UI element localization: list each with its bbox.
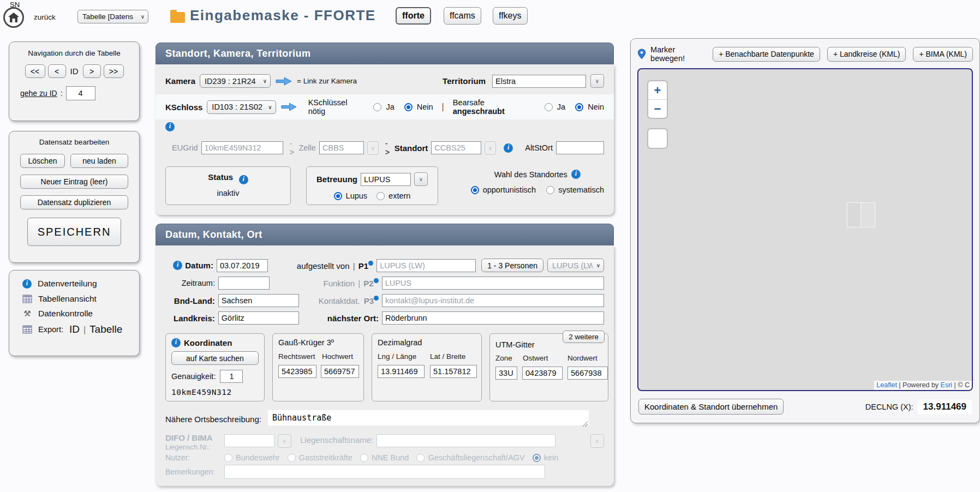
delete-button[interactable]: Löschen: [20, 154, 65, 168]
utm-nordwert-input[interactable]: [567, 367, 608, 380]
wahl-info-icon[interactable]: i: [571, 170, 581, 179]
goto-id-input[interactable]: [66, 86, 95, 100]
nav-prev-button[interactable]: <: [48, 64, 66, 78]
datum-label: Datum:: [185, 261, 213, 270]
p1-select[interactable]: LUPUS (LW ∨: [547, 259, 604, 272]
gk-hochwert-input[interactable]: [321, 365, 359, 378]
tools-icon: ⚒: [22, 309, 32, 319]
genauigkeit-input[interactable]: [220, 370, 243, 383]
utm-ostwert-input[interactable]: [522, 367, 563, 380]
opportunistisch-radio[interactable]: [471, 186, 479, 194]
p1-info-icon[interactable]: [368, 261, 373, 266]
altstort-input[interactable]: [556, 141, 604, 154]
ortsbeschreibung-textarea[interactable]: Bühnaustraße: [268, 410, 589, 425]
info-icon: i: [22, 279, 32, 289]
separator: |: [442, 102, 444, 112]
p2-info-icon[interactable]: [374, 278, 379, 283]
systematisch-radio[interactable]: [546, 186, 554, 194]
p1-input[interactable]: [377, 259, 476, 272]
kschloss-select[interactable]: ID103 : 21S02 ∨: [207, 100, 276, 114]
aufgestellt-label-group: aufgestellt von | P1: [271, 261, 373, 271]
zoom-in-button[interactable]: +: [648, 81, 667, 99]
kontakt-label: Kontaktdat.: [319, 296, 360, 305]
nutzer-geschaeftsliegenschaft-radio: [416, 454, 425, 462]
camera-link-arrow-icon[interactable]: [275, 76, 292, 86]
bndland-input[interactable]: [218, 294, 299, 307]
dez-lng-input[interactable]: [378, 365, 425, 378]
altstort-label: AltStOrt: [525, 143, 553, 152]
status-info-icon[interactable]: i: [239, 175, 248, 184]
karte-suchen-button[interactable]: auf Karte suchen: [171, 351, 259, 365]
back-link[interactable]: zurück: [34, 13, 56, 21]
leaflet-link[interactable]: Leaflet: [876, 381, 897, 389]
dez-lat-input[interactable]: [430, 365, 477, 378]
bima-kml-button[interactable]: + BIMA (KML): [913, 47, 973, 62]
p2-input[interactable]: [382, 277, 604, 290]
dezimalgrad-box: Dezimalgrad Lng / Länge Lat / Breite: [372, 333, 482, 401]
home-icon[interactable]: [3, 7, 24, 28]
utm-zone-input[interactable]: [495, 367, 517, 380]
datum-info-icon[interactable]: i: [173, 261, 182, 270]
kschluessel-nein-radio[interactable]: [404, 103, 413, 111]
map-zoom-control: + −: [647, 80, 668, 119]
utm-col-ostwert: Ostwert: [523, 354, 562, 362]
map-canvas[interactable]: + − Leaflet | Powered by Esri | © C: [637, 68, 973, 391]
betreuung-lupus-radio[interactable]: [334, 192, 342, 200]
table-icon: [22, 325, 32, 334]
duplicate-button[interactable]: Datensatz duplizieren: [20, 195, 128, 209]
kamera-select[interactable]: ID239 : 21R24 ∨: [200, 74, 271, 88]
territorium-dropdown-button[interactable]: ∨: [590, 74, 604, 88]
kamera-select-value: ID239 : 21R24: [205, 77, 256, 86]
goto-id-link[interactable]: gehe zu ID: [20, 89, 57, 98]
landkreis-input[interactable]: [218, 311, 299, 325]
ffcams-button[interactable]: ffcams: [444, 7, 481, 25]
save-button[interactable]: SPEICHERN: [27, 218, 121, 246]
kschluessel-ja-label: Ja: [386, 103, 394, 111]
gk-rechtswert-input[interactable]: [278, 365, 316, 378]
datenverteilung-link[interactable]: i Datenverteilung: [22, 279, 139, 289]
p3-input[interactable]: [382, 294, 604, 307]
dez-col-lng: Lng / Länge: [378, 352, 425, 361]
zeitraum-input[interactable]: [218, 277, 270, 290]
betreuung-input[interactable]: [361, 173, 411, 186]
datum-input[interactable]: [217, 259, 268, 272]
koordinaten-info-icon[interactable]: i: [171, 338, 181, 347]
benachbarte-datenpunkte-button[interactable]: + Benachbarte Datenpunkte: [713, 47, 820, 62]
datenkontrolle-link[interactable]: ⚒ Datenkontrolle: [22, 309, 139, 319]
links-panel: i Datenverteilung Tabellenansicht ⚒ Date…: [9, 270, 140, 356]
personen-button[interactable]: 1 - 3 Personen: [481, 259, 543, 272]
ort-input[interactable]: [382, 311, 604, 325]
new-entry-button[interactable]: Neuer Eintrag (leer): [20, 175, 128, 189]
bearsafe-nein-radio[interactable]: [575, 103, 583, 111]
chevron-down-icon: ∨: [596, 262, 600, 268]
ffkeys-button[interactable]: ffkeys: [493, 7, 528, 25]
nav-last-button[interactable]: >>: [104, 64, 124, 78]
landkreise-kml-button[interactable]: + Landkreise (KML): [827, 47, 906, 62]
kschloss-link-arrow-icon[interactable]: [280, 102, 297, 112]
table-select[interactable]: Tabelle [Datens ∨: [77, 10, 148, 23]
dez-col-lat: Lat / Breite: [430, 352, 465, 361]
esri-link[interactable]: Esri: [941, 381, 953, 389]
betreuung-dropdown-button[interactable]: ∨: [414, 172, 428, 186]
fforte-button[interactable]: fforte: [396, 7, 431, 25]
betreuung-label: Betreuung: [316, 175, 357, 184]
nav-next-button[interactable]: >: [83, 64, 101, 78]
p3-info-icon[interactable]: [374, 296, 379, 301]
kontakt-label-group: Kontaktdat. P3: [302, 296, 379, 305]
export-tabelle-link[interactable]: Tabelle: [89, 323, 122, 335]
kschloss-info-icon[interactable]: i: [165, 122, 175, 131]
weitere-button[interactable]: 2 weitere: [563, 331, 605, 343]
zoom-out-button[interactable]: −: [648, 100, 667, 118]
koordinaten-uebernehmen-button[interactable]: Koordinaten & Standort übernehmen: [638, 399, 784, 415]
map-layers-control[interactable]: [647, 128, 668, 149]
tabellenansicht-link[interactable]: Tabellenansicht: [22, 294, 139, 304]
reload-button[interactable]: neu laden: [70, 154, 128, 168]
nav-first-button[interactable]: <<: [25, 64, 45, 78]
export-id-link[interactable]: ID: [69, 323, 80, 335]
bearsafe-ja-radio[interactable]: [545, 103, 553, 111]
standort-info-icon[interactable]: i: [504, 143, 513, 153]
territorium-input[interactable]: [492, 75, 586, 88]
betreuung-extern-label: extern: [389, 191, 410, 200]
betreuung-extern-radio[interactable]: [377, 192, 385, 200]
kschluessel-ja-radio[interactable]: [373, 103, 381, 111]
